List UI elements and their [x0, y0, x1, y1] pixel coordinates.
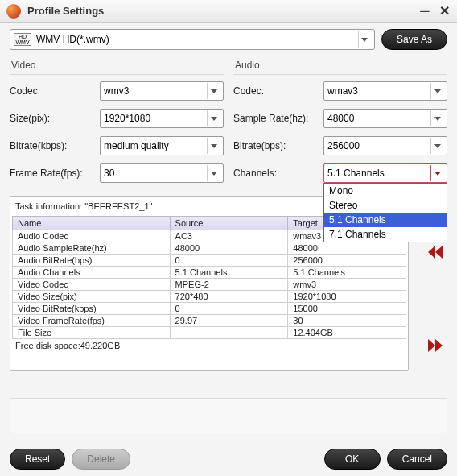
table-row: Video CodecMPEG-2wmv3	[13, 279, 406, 291]
table-row: File Size12.404GB	[13, 327, 406, 339]
video-codec-value: wmv3	[104, 85, 207, 97]
audio-samplerate-label: Sample Rate(hz):	[233, 113, 323, 124]
table-row: Video BitRate(kbps)015000	[13, 303, 406, 315]
audio-samplerate-value: 48000	[327, 113, 430, 124]
audio-samplerate-select[interactable]: 48000	[323, 109, 447, 128]
audio-section: Audio Codec: wmav3 Sample Rate(hz): 4800…	[233, 56, 447, 191]
app-icon	[6, 4, 21, 19]
channels-option-5-1[interactable]: 5.1 Channels	[324, 213, 447, 227]
delete-button: Delete	[72, 449, 130, 470]
audio-channels-select[interactable]: 5.1 Channels Mono Stereo 5.1 Channels 7.…	[323, 163, 447, 183]
next-button[interactable]	[423, 335, 447, 356]
video-size-value: 1920*1080	[104, 113, 207, 124]
cancel-button[interactable]: Cancel	[387, 449, 447, 470]
minimize-button[interactable]: ─	[418, 5, 431, 18]
audio-bitrate-select[interactable]: 256000	[323, 136, 447, 155]
video-framerate-value: 30	[104, 168, 207, 179]
chevron-down-icon	[430, 165, 443, 181]
video-size-select[interactable]: 1920*1080	[100, 109, 224, 128]
window-title: Profile Settings	[27, 5, 412, 17]
video-codec-select[interactable]: wmv3	[100, 81, 224, 101]
video-framerate-select[interactable]: 30	[100, 163, 224, 183]
video-codec-label: Codec:	[10, 85, 100, 97]
chevron-down-icon	[430, 110, 443, 126]
double-right-icon	[428, 339, 443, 352]
channels-option-7-1[interactable]: 7.1 Channels	[324, 227, 447, 242]
video-bitrate-value: medium quality	[104, 140, 207, 151]
free-disk-space: Free disk space:49.220GB	[12, 339, 406, 352]
audio-channels-value: 5.1 Channels	[327, 168, 430, 179]
chevron-down-icon	[207, 110, 220, 126]
table-row: Video Size(pix)720*4801920*1080	[13, 291, 406, 303]
double-left-icon	[428, 246, 443, 259]
chevron-down-icon	[207, 83, 220, 99]
chevron-down-icon	[430, 83, 443, 99]
table-row: Audio SampleRate(hz)4800048000	[13, 242, 406, 255]
audio-codec-value: wmav3	[327, 85, 430, 97]
audio-channels-dropdown: Mono Stereo 5.1 Channels 7.1 Channels	[323, 183, 447, 242]
video-section: Video Codec: wmv3 Size(pix): 1920*1080 B…	[10, 56, 224, 191]
audio-bitrate-label: Bitrate(bps):	[233, 140, 323, 151]
channels-option-mono[interactable]: Mono	[324, 184, 447, 198]
side-nav	[423, 242, 447, 356]
chevron-down-icon	[207, 165, 220, 181]
close-button[interactable]: ✕	[438, 5, 451, 18]
save-as-button[interactable]: Save As	[381, 29, 447, 50]
table-row: Audio BitRate(bps)0256000	[13, 255, 406, 267]
table-row: Video FrameRate(fps)29.9730	[13, 315, 406, 327]
video-title: Video	[10, 56, 224, 75]
audio-title: Audio	[233, 56, 447, 75]
profile-value: WMV HD(*.wmv)	[36, 34, 358, 45]
wmv-hd-icon: HD WMV	[14, 33, 31, 46]
profile-row: HD WMV WMV HD(*.wmv) Save As	[0, 23, 457, 53]
chevron-down-icon	[207, 138, 220, 154]
video-framerate-label: Frame Rate(fps):	[10, 168, 100, 179]
chevron-down-icon	[430, 138, 443, 154]
video-size-label: Size(pix):	[10, 113, 100, 124]
audio-codec-select[interactable]: wmav3	[323, 81, 447, 101]
profile-select[interactable]: HD WMV WMV HD(*.wmv)	[10, 29, 375, 50]
col-source[interactable]: Source	[170, 217, 288, 230]
chevron-down-icon	[358, 31, 371, 48]
ok-button[interactable]: OK	[324, 449, 381, 470]
video-bitrate-select[interactable]: medium quality	[100, 136, 224, 155]
empty-panel	[10, 398, 447, 433]
table-row: Audio Channels5.1 Channels5.1 Channels	[13, 267, 406, 279]
col-name[interactable]: Name	[13, 217, 171, 230]
footer: Reset Delete OK Cancel	[0, 449, 457, 470]
audio-codec-label: Codec:	[233, 85, 323, 97]
settings-sections: Video Codec: wmv3 Size(pix): 1920*1080 B…	[0, 53, 457, 191]
titlebar: Profile Settings ─ ✕	[0, 0, 457, 23]
audio-bitrate-value: 256000	[327, 140, 430, 151]
audio-channels-label: Channels:	[233, 168, 323, 179]
prev-button[interactable]	[423, 242, 447, 263]
reset-button[interactable]: Reset	[10, 449, 65, 470]
video-bitrate-label: Bitrate(kbps):	[10, 140, 100, 151]
channels-option-stereo[interactable]: Stereo	[324, 198, 447, 213]
